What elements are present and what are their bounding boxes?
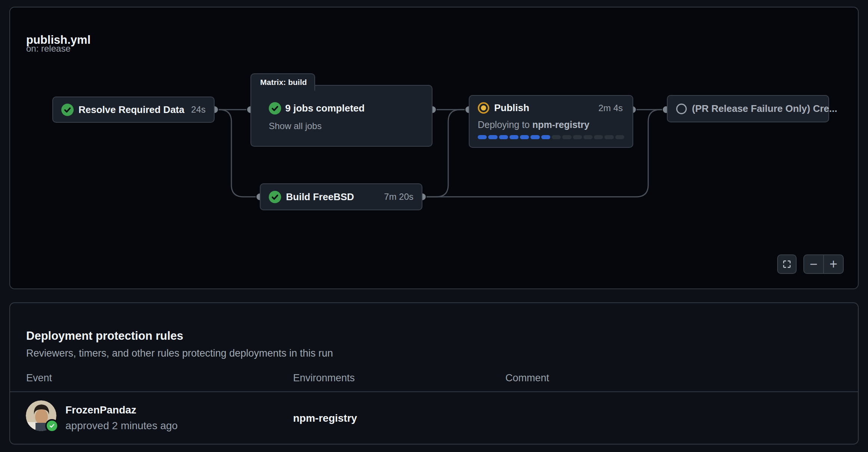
- job-label: 9 jobs completed: [285, 103, 423, 114]
- job-node-resolve-required-data[interactable]: Resolve Required Data 24s: [52, 97, 215, 123]
- in-progress-icon: [478, 102, 489, 114]
- job-duration: 7m 20s: [384, 192, 413, 202]
- row-environment: npm-registry: [293, 412, 357, 424]
- progress-segment: [541, 135, 550, 139]
- progress-segment: [478, 135, 487, 139]
- success-check-icon: [269, 102, 281, 114]
- rules-subtitle: Reviewers, timers, and other rules prote…: [26, 348, 333, 359]
- reviewer-approval-status: approved 2 minutes ago: [65, 420, 178, 432]
- job-duration: 24s: [191, 104, 206, 115]
- job-node-publish[interactable]: Publish 2m 4s Deploying to npm-registry: [469, 95, 633, 148]
- zoom-out-button[interactable]: −: [804, 255, 824, 273]
- success-check-icon: [269, 191, 281, 203]
- deploy-status-text: Deploying to npm-registry: [478, 119, 623, 130]
- job-node-build-freebsd[interactable]: Build FreeBSD 7m 20s: [260, 183, 422, 210]
- deploy-environment: npm-registry: [532, 119, 590, 130]
- avatar: [26, 400, 56, 431]
- progress-segment: [520, 135, 529, 139]
- approved-badge-icon: [45, 419, 59, 433]
- matrix-tab-label: Matrix: build: [260, 78, 307, 87]
- job-label: Build FreeBSD: [286, 191, 379, 203]
- progress-segment: [499, 135, 508, 139]
- job-node-pr-release-failure[interactable]: (PR Release Failure Only) Cre...: [667, 95, 829, 122]
- zoom-controls: − +: [803, 254, 844, 274]
- progress-segment: [552, 135, 561, 139]
- job-duration: 2m 4s: [598, 103, 623, 113]
- workflow-graph-panel: publish.yml on: release Resolve Required…: [9, 7, 859, 289]
- deploy-progress-bar: [478, 135, 624, 139]
- graph-edges: [10, 7, 858, 288]
- progress-segment: [510, 135, 518, 139]
- column-header-event: Event: [26, 372, 52, 384]
- progress-segment: [562, 135, 571, 139]
- job-label: Publish: [494, 102, 594, 114]
- job-node-matrix-build[interactable]: 9 jobs completed Show all jobs: [250, 85, 433, 147]
- reviewer-name: FrozenPandaz: [65, 404, 136, 416]
- success-check-icon: [61, 104, 74, 116]
- workflow-trigger: on: release: [26, 43, 71, 54]
- column-header-comment: Comment: [505, 372, 549, 384]
- column-header-environments: Environments: [293, 372, 355, 384]
- fullscreen-icon: [782, 259, 792, 269]
- progress-segment: [530, 135, 539, 139]
- progress-segment: [615, 135, 624, 139]
- progress-segment: [594, 135, 603, 139]
- matrix-build-tab[interactable]: Matrix: build: [250, 73, 315, 91]
- progress-segment: [584, 135, 592, 139]
- rules-heading: Deployment protection rules: [26, 329, 183, 343]
- job-label: (PR Release Failure Only) Cre...: [692, 103, 837, 114]
- pending-circle-icon: [676, 103, 687, 114]
- progress-segment: [604, 135, 613, 139]
- show-all-jobs-link[interactable]: Show all jobs: [269, 121, 321, 131]
- fullscreen-button[interactable]: [777, 254, 797, 274]
- job-label: Resolve Required Data: [79, 104, 186, 116]
- progress-segment: [573, 135, 582, 139]
- table-divider: [10, 391, 858, 392]
- deployment-protection-rules-panel: Deployment protection rules Reviewers, t…: [9, 302, 859, 445]
- progress-segment: [488, 135, 497, 139]
- zoom-in-button[interactable]: +: [824, 255, 843, 273]
